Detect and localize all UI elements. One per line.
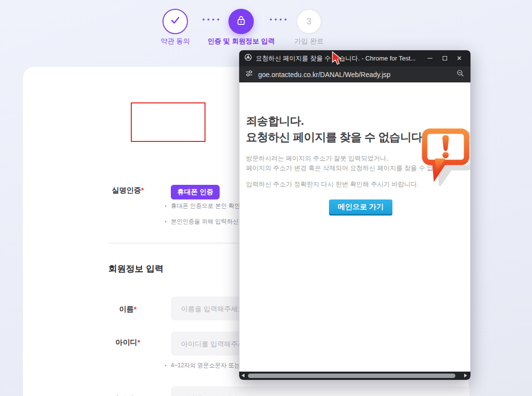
phone-verify-button[interactable]: 휴대폰 인증	[171, 185, 220, 199]
go-to-main-button[interactable]: 메인으로 가기	[329, 199, 392, 216]
site-settings-icon[interactable]	[245, 69, 253, 79]
name-label: 이름*	[96, 305, 160, 314]
verify-label: 실명인증*	[96, 186, 160, 195]
step-label-terms: 약관 동의	[146, 37, 205, 46]
signup-stepper: 3 약관 동의 인증 및 회원정보 입력 가입 완료	[0, 0, 532, 49]
scrollbar-thumb[interactable]	[248, 374, 455, 378]
scroll-right-arrow-icon[interactable]	[464, 374, 467, 377]
chrome-favicon-icon	[245, 54, 252, 63]
step-number: 3	[307, 17, 311, 27]
error-popup-window: 요청하신 페이지를 찾을 수 없습니다. - Chrome for Test..…	[239, 50, 471, 380]
step-label-verify: 인증 및 회원정보 입력	[202, 37, 280, 46]
required-asterisk: *	[141, 186, 144, 194]
alert-speech-bubble-icon	[421, 127, 471, 186]
stepper-dots	[270, 19, 286, 20]
mouse-cursor-icon	[331, 51, 344, 68]
error-description: 방문하시려는 페이지의 주소가 잘못 입력되었거나,	[246, 154, 388, 163]
step-label-complete: 가입 완료	[280, 37, 338, 46]
error-heading: 요청하신 페이지를 찾을 수 없습니다.	[246, 130, 425, 145]
step-terms-circle	[163, 9, 188, 34]
horizontal-scrollbar[interactable]	[239, 372, 471, 380]
step-verify-circle	[228, 9, 254, 34]
stepper-dots	[203, 19, 219, 20]
close-button[interactable]: ✕	[452, 53, 467, 64]
error-page-content: 죄송합니다. 요청하신 페이지를 찾을 수 없습니다. 방문하시려는 페이지의 …	[239, 82, 471, 372]
bullet	[165, 205, 166, 207]
url-text[interactable]: goe.ontactedu.co.kr/DANAL/Web/Ready.jsp	[258, 71, 456, 79]
annotation-highlight-box	[131, 102, 205, 142]
member-info-title: 회원정보 입력	[108, 263, 164, 275]
address-bar[interactable]: goe.ontactedu.co.kr/DANAL/Web/Ready.jsp	[239, 66, 471, 82]
bullet	[165, 365, 166, 366]
lock-icon	[235, 15, 247, 28]
scroll-left-arrow-icon[interactable]	[242, 374, 245, 377]
step-complete-circle: 3	[296, 9, 322, 34]
maximize-button[interactable]	[437, 53, 452, 64]
required-asterisk: *	[138, 338, 141, 346]
window-titlebar[interactable]: 요청하신 페이지를 찾을 수 없습니다. - Chrome for Test..…	[239, 50, 471, 66]
error-heading: 죄송합니다.	[246, 114, 304, 129]
required-asterisk: *	[134, 305, 137, 313]
check-icon	[170, 16, 181, 27]
error-description: 입력하신 주소가 정확한지 다시 한번 확인해 주시기 바랍니다.	[246, 180, 419, 189]
zoom-out-icon[interactable]	[456, 69, 465, 79]
id-label: 아이디*	[96, 338, 160, 347]
password-input[interactable]	[171, 386, 470, 396]
minimize-button[interactable]	[423, 53, 437, 64]
bullet	[165, 221, 166, 222]
